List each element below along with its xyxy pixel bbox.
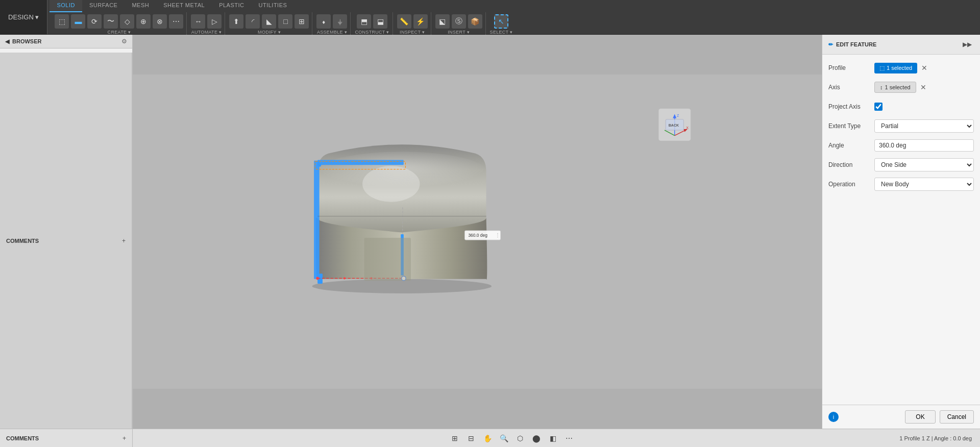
svg-text:Z: Z <box>677 114 679 117</box>
insert-svg-icon[interactable]: Ⓢ <box>452 14 466 29</box>
tab-sheet-metal[interactable]: SHEET METAL <box>156 0 212 12</box>
modify-label[interactable]: MODIFY ▾ <box>258 30 281 35</box>
midplane-icon[interactable]: ⬓ <box>373 14 387 29</box>
display-mode-icon[interactable]: ⬤ <box>530 432 543 444</box>
extrude-icon[interactable]: ▬ <box>71 14 85 29</box>
joint-icon[interactable]: ⬧ <box>316 14 331 29</box>
ground-icon[interactable]: ⏚ <box>333 14 347 29</box>
svg-rect-5 <box>317 160 404 165</box>
tab-surface[interactable]: SURFACE <box>82 0 125 12</box>
ef-axis-selected-label: 1 selected <box>885 84 911 90</box>
automate-icon1[interactable]: ↔ <box>191 14 205 29</box>
modify-icons: ⬆ ◜ ◣ □ ⊞ <box>229 14 309 29</box>
press-pull-icon[interactable]: ⬆ <box>229 14 243 29</box>
revolve-icon[interactable]: ⟳ <box>87 14 102 29</box>
tab-solid[interactable]: SOLID <box>50 0 82 12</box>
bottom-center-icons: ⊞ ⊟ ✋ 🔍 ⬡ ⬤ ◧ ⋯ <box>133 432 891 444</box>
bottom-comments-section: COMMENTS + <box>0 429 133 447</box>
shell-icon[interactable]: □ <box>278 14 292 29</box>
create-label[interactable]: CREATE ▾ <box>108 30 131 35</box>
design-menu-button[interactable]: DESIGN ▾ <box>0 0 47 34</box>
select-icon[interactable]: ↖ <box>494 14 508 29</box>
insert-mesh-icon[interactable]: ⬕ <box>435 14 450 29</box>
bottom-bar: COMMENTS + ⊞ ⊟ ✋ 🔍 ⬡ ⬤ ◧ ⋯ 1 Profile 1 Z… <box>0 429 980 447</box>
webbing-icon[interactable]: ⊗ <box>153 14 167 29</box>
svg-text:X: X <box>686 126 689 130</box>
rib-icon[interactable]: ⊕ <box>136 14 151 29</box>
tab-plastic[interactable]: PLASTIC <box>212 0 251 12</box>
view-cube-icon[interactable]: ⬡ <box>514 432 526 444</box>
toolbar-group-insert: ⬕ Ⓢ 📦 INSERT ▾ <box>432 12 486 37</box>
offset-plane-icon[interactable]: ⬒ <box>357 14 371 29</box>
ef-value-angle <box>874 139 974 152</box>
toolbar-groups: ⬚ ▬ ⟳ 〜 ◇ ⊕ ⊗ ⋯ CREATE ▾ ↔ ▷ AUTOMATE ▾ <box>47 12 980 37</box>
browser-settings-icon[interactable]: ⚙ <box>121 38 127 45</box>
interference-icon[interactable]: ⚡ <box>413 14 428 29</box>
insert-label[interactable]: INSERT ▾ <box>448 30 470 35</box>
automate-label[interactable]: AUTOMATE ▾ <box>191 30 222 35</box>
visual-style-icon[interactable]: ◧ <box>547 432 559 444</box>
ef-angle-input[interactable] <box>874 139 974 152</box>
svg-rect-17 <box>364 238 411 281</box>
construct-icons: ⬒ ⬓ <box>357 14 387 29</box>
svg-text:360.0 deg: 360.0 deg <box>468 233 487 238</box>
pan-icon[interactable]: ✋ <box>481 432 494 444</box>
profile-icon: ⬚ <box>879 65 885 71</box>
bottom-status: 1 Profile 1 Z | Angle : 0.0 deg <box>891 435 980 441</box>
browser-header: ◀ BROWSER ⚙ <box>0 35 132 48</box>
ef-profile-selected-button[interactable]: ⬚ 1 selected <box>874 63 917 73</box>
inspect-label[interactable]: INSPECT ▾ <box>400 30 425 35</box>
create-new-icon[interactable]: ⬚ <box>55 14 69 29</box>
automate-icon2[interactable]: ▷ <box>207 14 222 29</box>
ef-row-profile: Profile ⬚ 1 selected ✕ <box>828 61 974 75</box>
grid-icon[interactable]: ⊟ <box>465 432 477 444</box>
more-create-icon[interactable]: ⋯ <box>169 14 183 29</box>
ef-label-angle: Angle <box>828 142 874 149</box>
ef-expand-button[interactable]: ▶▶ <box>961 39 974 50</box>
viewport[interactable]: Z X BACK 360.0 deg ⋮ <box>133 35 822 429</box>
more-bottom-icon[interactable]: ⋯ <box>563 432 575 444</box>
comments-expand-icon[interactable]: + <box>122 237 126 244</box>
svg-point-1 <box>312 279 492 293</box>
bottom-comments-expand-icon[interactable]: + <box>122 435 126 442</box>
ef-info-button[interactable]: i <box>828 412 839 422</box>
browser-header-title: ◀ BROWSER <box>5 38 41 45</box>
automate-icons: ↔ ▷ <box>191 14 222 29</box>
select-label[interactable]: SELECT ▾ <box>490 30 513 35</box>
main-toolbar: DESIGN ▾ SOLID SURFACE MESH SHEET METAL … <box>0 0 980 35</box>
assemble-icons: ⬧ ⏚ <box>316 14 347 29</box>
axis-icon: ↕ <box>880 84 883 90</box>
ef-label-operation: Operation <box>828 181 874 188</box>
construct-label[interactable]: CONSTRUCT ▾ <box>355 30 389 35</box>
design-label: DESIGN ▾ <box>8 13 39 21</box>
main-area: ◀ BROWSER ⚙ ▼ 👁 ⚙ SlightCruveDial v42 ⚙ … <box>0 35 980 429</box>
ef-axis-selected-button[interactable]: ↕ 1 selected <box>874 82 916 93</box>
browser-panel: ◀ BROWSER ⚙ ▼ 👁 ⚙ SlightCruveDial v42 ⚙ … <box>0 35 133 429</box>
ef-ok-button[interactable]: OK <box>905 410 935 424</box>
fillet-icon[interactable]: ◜ <box>246 14 260 29</box>
ef-label-axis: Axis <box>828 84 874 91</box>
assemble-label[interactable]: ASSEMBLE ▾ <box>317 30 347 35</box>
ef-project-axis-checkbox[interactable] <box>874 103 883 111</box>
ef-cancel-button[interactable]: Cancel <box>940 410 974 424</box>
tab-mesh[interactable]: MESH <box>125 0 156 12</box>
ef-profile-clear-button[interactable]: ✕ <box>919 63 929 73</box>
ef-axis-clear-button[interactable]: ✕ <box>918 82 928 92</box>
insert-mcad-icon[interactable]: 📦 <box>468 14 482 29</box>
status-text: 1 Profile 1 Z | Angle : 0.0 deg <box>899 435 972 441</box>
svg-point-7 <box>317 163 321 167</box>
zoom-icon[interactable]: 🔍 <box>498 432 510 444</box>
ef-extent-type-select[interactable]: Partial Full <box>874 119 974 133</box>
combine-icon[interactable]: ⊞ <box>295 14 309 29</box>
svg-text:⋮: ⋮ <box>495 232 500 238</box>
measure-icon[interactable]: 📏 <box>397 14 411 29</box>
sweep-icon[interactable]: 〜 <box>104 14 118 29</box>
chamfer-icon[interactable]: ◣ <box>262 14 276 29</box>
toolbar-group-automate: ↔ ▷ AUTOMATE ▾ <box>188 12 225 37</box>
ef-direction-select[interactable]: One Side Two Sides Symmetric <box>874 158 974 171</box>
loft-icon[interactable]: ◇ <box>120 14 134 29</box>
ef-operation-select[interactable]: New Body Join Cut Intersect <box>874 178 974 191</box>
viewport-display-icon[interactable]: ⊞ <box>449 432 461 444</box>
tab-utilities[interactable]: UTILITIES <box>251 0 294 12</box>
collapse-browser-icon[interactable]: ◀ <box>5 38 9 45</box>
